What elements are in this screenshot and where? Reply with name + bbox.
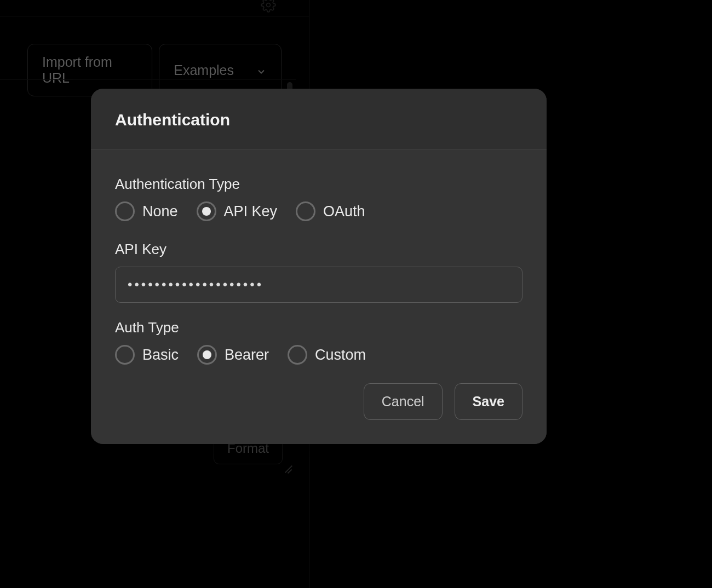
authentication-type-label: Authentication Type xyxy=(115,176,522,193)
api-key-label: API Key xyxy=(115,241,522,258)
radio-label-none: None xyxy=(142,203,178,220)
authentication-type-group: None API Key OAuth xyxy=(115,201,522,221)
radio-label-custom: Custom xyxy=(315,347,366,364)
radio-label-bearer: Bearer xyxy=(225,347,269,364)
radio-label-oauth: OAuth xyxy=(323,203,365,220)
api-key-input[interactable] xyxy=(115,267,522,303)
radio-icon xyxy=(115,201,135,221)
radio-option-bearer[interactable]: Bearer xyxy=(197,345,269,365)
radio-option-api-key[interactable]: API Key xyxy=(197,201,278,221)
modal-body: Authentication Type None API Key OAuth A… xyxy=(91,149,547,444)
radio-icon xyxy=(197,345,217,365)
radio-option-oauth[interactable]: OAuth xyxy=(296,201,365,221)
save-button[interactable]: Save xyxy=(455,383,522,420)
modal-header: Authentication xyxy=(91,89,547,149)
modal-title: Authentication xyxy=(115,111,522,129)
radio-icon xyxy=(296,201,315,221)
auth-method-group: Basic Bearer Custom xyxy=(115,345,522,365)
authentication-modal: Authentication Authentication Type None … xyxy=(91,89,547,444)
radio-option-custom[interactable]: Custom xyxy=(288,345,366,365)
radio-icon xyxy=(115,345,135,365)
modal-footer: Cancel Save xyxy=(115,383,522,420)
cancel-button[interactable]: Cancel xyxy=(364,383,443,420)
radio-option-none[interactable]: None xyxy=(115,201,178,221)
radio-option-basic[interactable]: Basic xyxy=(115,345,179,365)
auth-type-label: Auth Type xyxy=(115,319,522,336)
radio-label-basic: Basic xyxy=(142,347,179,364)
radio-label-api-key: API Key xyxy=(224,203,278,220)
radio-icon xyxy=(288,345,307,365)
radio-icon xyxy=(197,201,216,221)
